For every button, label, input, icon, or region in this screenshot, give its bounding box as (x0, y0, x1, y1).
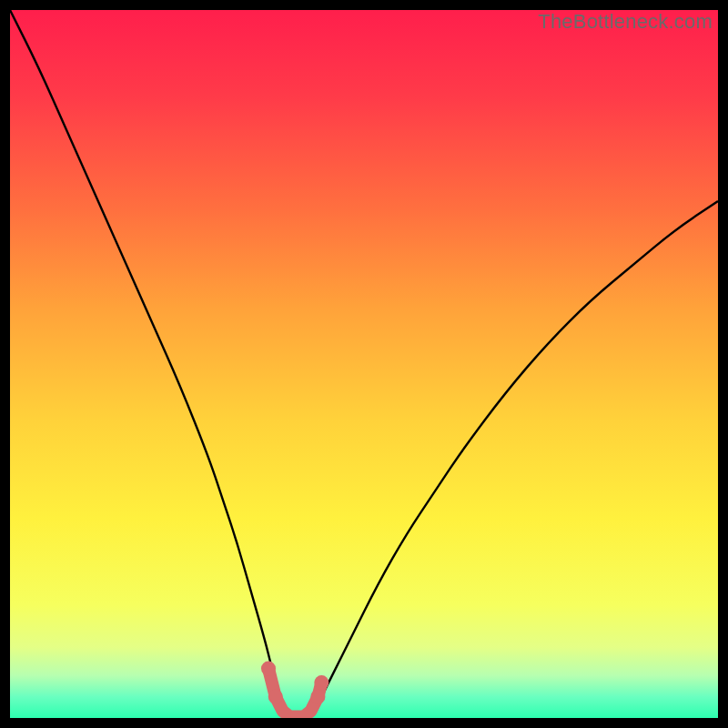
highlight-dot (314, 675, 329, 690)
highlight-dot (261, 662, 276, 676)
chart-frame: TheBottleneck.com (10, 10, 718, 718)
highlight-dot (310, 690, 325, 704)
bottleneck-plot (10, 10, 718, 718)
watermark-label: TheBottleneck.com (538, 10, 713, 34)
highlight-dot (268, 690, 283, 704)
